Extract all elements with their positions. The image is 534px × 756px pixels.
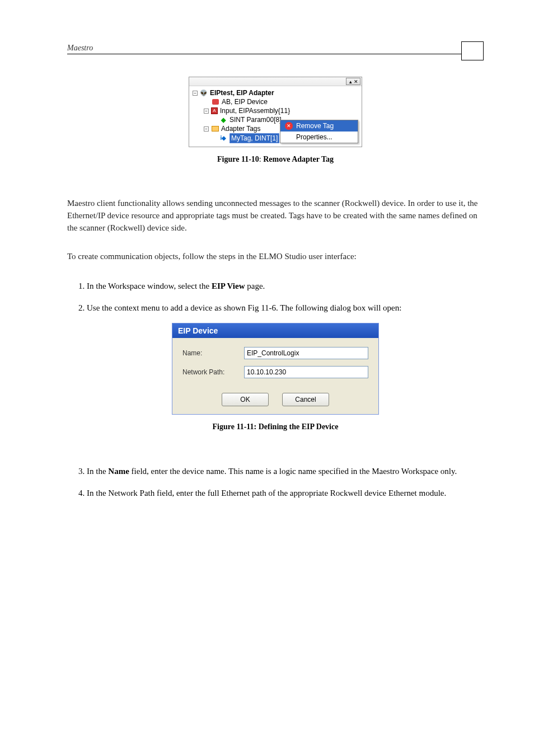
ctx-remove-tag[interactable]: ✕ Remove Tag [280,120,358,132]
network-path-label: Network Path: [182,368,238,376]
device-icon [212,98,219,106]
tag-icon: i◆ [219,134,227,142]
param-icon: ◆ [219,116,227,124]
network-path-field[interactable] [244,366,368,378]
tree-node-label: SINT Param00[8] [229,115,281,124]
eip-device-dialog: EIP Device Name: Network Path: OK Cancel [172,323,379,415]
context-menu: ✕ Remove Tag Properties... [280,120,358,143]
close-icon[interactable]: ▴ ✕ [346,78,360,85]
tree-node-label: Adapter Tags [221,124,261,133]
tree-node-input[interactable]: − A Input, EIPAssembly{11} [193,106,358,115]
tree-node-label: Input, EIPAssembly{11} [220,106,290,115]
intro-paragraph: Maestro client functionality allows send… [67,198,484,234]
figure-caption-1: Figure 11-10: Remove Adapter Tag [67,155,484,164]
delete-icon: ✕ [285,122,293,130]
tree-root[interactable]: − 👽 EIPtest, EIP Adapter [193,88,358,97]
ok-button[interactable]: OK [222,393,269,406]
figure-caption-2: Figure 11-11: Defining the EIP Device [67,422,484,431]
ctx-label: Remove Tag [296,122,334,130]
ctx-label: Properties... [296,133,332,141]
page-header: Maestro [67,34,484,54]
step-1: 1. In the Workspace window, select the E… [67,280,484,293]
adapter-tree-window: ▴ ✕ − 👽 EIPtest, EIP Adapter AB, EIP Dev… [189,77,362,147]
collapse-icon[interactable]: − [204,109,209,114]
folder-icon [211,125,219,133]
name-field[interactable] [244,347,368,359]
ctx-properties[interactable]: Properties... [280,132,358,143]
collapse-icon[interactable]: − [204,126,209,132]
tree-root-label: EIPtest, EIP Adapter [210,88,274,97]
instruction-lead: To create communication objects, follow … [67,251,484,263]
tree-node-label: AB, EIP Device [222,97,268,106]
name-label: Name: [182,349,238,357]
header-page-box [461,41,484,60]
dialog-title: EIP Device [172,323,378,338]
assembly-icon: A [211,107,218,114]
tree-node-label-selected: MyTag, DINT[1] [229,133,279,143]
header-title: Maestro [67,44,93,53]
window-titlebar: ▴ ✕ [189,77,362,86]
collapse-icon[interactable]: − [193,91,198,96]
adapter-icon: 👽 [200,89,208,97]
step-2: 2. Use the context menu to add a device … [67,302,484,314]
step-3: 3. In the Name field, enter the device n… [67,465,484,478]
cancel-button[interactable]: Cancel [282,393,329,406]
step-4: 4. In the Network Path field, enter the … [67,487,484,500]
tree-node-device[interactable]: AB, EIP Device [193,97,358,106]
